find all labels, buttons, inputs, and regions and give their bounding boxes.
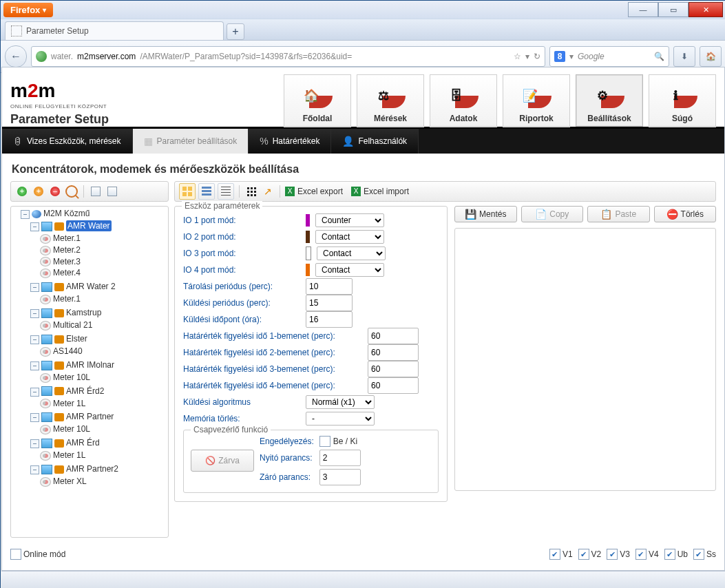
window-maximize-button[interactable]: ▭ xyxy=(658,2,689,17)
view-list-button[interactable] xyxy=(198,183,215,200)
tree-node-label[interactable]: AMR Partner xyxy=(66,412,114,421)
home-button[interactable]: 🏠 xyxy=(700,46,722,67)
tree-leaf-label[interactable]: Meter 1L xyxy=(53,450,85,460)
tree-node-label[interactable]: AMR Partner2 xyxy=(66,464,118,474)
tree-leaf-label[interactable]: Meter 10L xyxy=(53,372,90,382)
tree-leaf-label[interactable]: Meter.3 xyxy=(53,257,81,266)
limit-input[interactable] xyxy=(368,344,419,361)
main-nav-item[interactable]: 📝Riportok xyxy=(503,74,570,127)
tree-toggle[interactable]: – xyxy=(30,413,39,422)
tree-leaf-label[interactable]: AS1440 xyxy=(53,346,83,356)
bookmark-star-icon[interactable]: ☆ xyxy=(514,52,521,61)
subnav-item[interactable]: %Határértékek xyxy=(249,129,331,154)
main-nav-item[interactable]: ℹSúgó xyxy=(649,74,716,127)
tree-toggle[interactable]: – xyxy=(21,210,30,219)
downloads-button[interactable]: ⬇ xyxy=(673,46,695,67)
limit-input[interactable] xyxy=(368,377,419,394)
io-port-select[interactable]: Counter xyxy=(315,213,384,227)
tree-leaf-label[interactable]: Meter.1 xyxy=(53,294,81,304)
excel-export-button[interactable]: Excel export xyxy=(285,187,343,196)
window-close-button[interactable]: ✕ xyxy=(689,2,723,17)
browser-search-box[interactable]: 8 ▾ Google 🔍 xyxy=(549,46,669,67)
mem-clear-select[interactable]: - xyxy=(306,412,375,426)
delete-button[interactable]: ⛔Törlés xyxy=(654,206,717,222)
tree-node-label[interactable]: AMR Érd xyxy=(66,438,100,448)
subnav-item[interactable]: 👤Felhasználók xyxy=(331,129,419,154)
main-nav-item[interactable]: ⚙Beállítások xyxy=(576,74,643,127)
save-button[interactable]: 💾Mentés xyxy=(454,206,517,222)
io-port-select[interactable]: Contact xyxy=(317,246,386,260)
tree-add-green-button[interactable] xyxy=(15,185,29,198)
paste-button[interactable]: 📋Paste xyxy=(587,206,650,222)
tree-toggle[interactable]: – xyxy=(30,361,39,370)
tree-node-label[interactable]: AMR Water xyxy=(66,220,112,231)
tree-toggle[interactable]: – xyxy=(30,388,39,397)
footer-check[interactable]: ✔V1 xyxy=(549,549,573,560)
tree-node-label[interactable]: AMR IMolnar xyxy=(66,360,114,370)
tree-toggle[interactable]: – xyxy=(30,335,39,344)
tree-toggle[interactable]: – xyxy=(30,222,39,231)
main-nav-item[interactable]: 🗄Adatok xyxy=(430,74,497,127)
search-chevron-icon[interactable]: ▾ xyxy=(569,52,574,61)
tree-node-label[interactable]: AMR Érd2 xyxy=(66,386,104,396)
tree-delete-button[interactable] xyxy=(48,185,62,198)
tap-status-button[interactable]: 🚫 Zárva xyxy=(191,450,254,472)
firefox-menu-button[interactable]: Firefox xyxy=(3,3,53,17)
address-bar[interactable]: water.m2mserver.com/AMRWater/P_ParamSetu… xyxy=(31,46,545,67)
footer-check[interactable]: ✔Ub xyxy=(664,549,688,560)
tree-add-orange-button[interactable] xyxy=(32,185,45,198)
tree-node-label[interactable]: Elster xyxy=(66,334,87,344)
storage-period-input[interactable] xyxy=(306,278,353,295)
tree-toggle[interactable]: – xyxy=(30,309,39,318)
copy-button[interactable]: 📄Copy xyxy=(521,206,584,222)
view-dots-button[interactable] xyxy=(244,185,258,198)
tree-toggle[interactable]: – xyxy=(30,283,39,292)
tree-search-button[interactable] xyxy=(65,185,78,198)
back-button[interactable]: ← xyxy=(5,45,27,67)
tree-leaf-label[interactable]: Meter 1L xyxy=(53,399,85,408)
tree-root-label[interactable]: M2M Közmű xyxy=(43,209,90,218)
tree-leaf-label[interactable]: Meter.2 xyxy=(53,245,81,255)
view-grid-button[interactable] xyxy=(218,183,234,200)
tree-node-label[interactable]: AMR Water 2 xyxy=(66,282,116,291)
new-tab-button[interactable]: + xyxy=(227,23,244,40)
search-go-icon[interactable]: 🔍 xyxy=(654,52,664,61)
sort-button[interactable]: ↗ xyxy=(261,185,275,198)
send-alg-select[interactable]: Normál (x1) xyxy=(306,395,375,409)
main-nav-item[interactable]: ⚖Mérések xyxy=(357,74,424,127)
tree-node-label[interactable]: Kamstrup xyxy=(66,308,101,317)
tree-leaf-label[interactable]: Meter.4 xyxy=(53,268,81,277)
tree-view1-button[interactable] xyxy=(89,185,103,198)
tap-close-input[interactable] xyxy=(319,469,361,485)
view-icons-button[interactable] xyxy=(179,183,196,200)
online-mode-toggle[interactable]: Online mód xyxy=(10,549,65,560)
excel-import-button[interactable]: Excel import xyxy=(351,187,409,196)
io-port-select[interactable]: Contact xyxy=(315,230,384,244)
tap-enable-toggle[interactable]: Be / Ki xyxy=(319,436,425,447)
footer-check[interactable]: ✔V2 xyxy=(578,549,602,560)
footer-check[interactable]: ✔V4 xyxy=(635,549,659,560)
footer-check[interactable]: ✔Ss xyxy=(693,549,716,560)
limit-input[interactable] xyxy=(368,361,419,377)
tree-leaf-label[interactable]: Meter XL xyxy=(53,476,87,486)
reload-button[interactable]: ↻ xyxy=(534,52,540,61)
send-period-input[interactable] xyxy=(306,295,353,311)
history-dropdown-icon[interactable]: ▾ xyxy=(525,52,529,61)
tree-toggle[interactable]: – xyxy=(30,465,39,474)
tree-leaf-label[interactable]: Meter.1 xyxy=(53,233,81,243)
tree-view2-button[interactable] xyxy=(105,185,119,198)
tree-leaf-label[interactable]: Multical 21 xyxy=(53,320,92,330)
main-nav-item[interactable]: 🏠Főoldal xyxy=(284,74,351,127)
tap-open-input[interactable] xyxy=(319,450,361,466)
window-minimize-button[interactable]: — xyxy=(628,2,658,17)
subnav-item[interactable]: 🛢Vizes Eszközök, mérések xyxy=(2,129,133,154)
tree-toggle[interactable]: – xyxy=(30,439,39,448)
browser-tab-active[interactable]: Parameter Setup xyxy=(5,21,224,40)
limit-input[interactable] xyxy=(368,328,419,344)
device-tree[interactable]: –M2M Közmű–AMR WaterMeter.1Meter.2Meter.… xyxy=(10,206,169,538)
subnav-item[interactable]: ▦Paraméter beállítások xyxy=(133,129,249,154)
footer-check[interactable]: ✔V3 xyxy=(607,549,630,560)
send-time-input[interactable] xyxy=(306,311,353,328)
tree-leaf-label[interactable]: Meter 10L xyxy=(53,424,90,434)
io-port-select[interactable]: Contact xyxy=(315,263,384,277)
